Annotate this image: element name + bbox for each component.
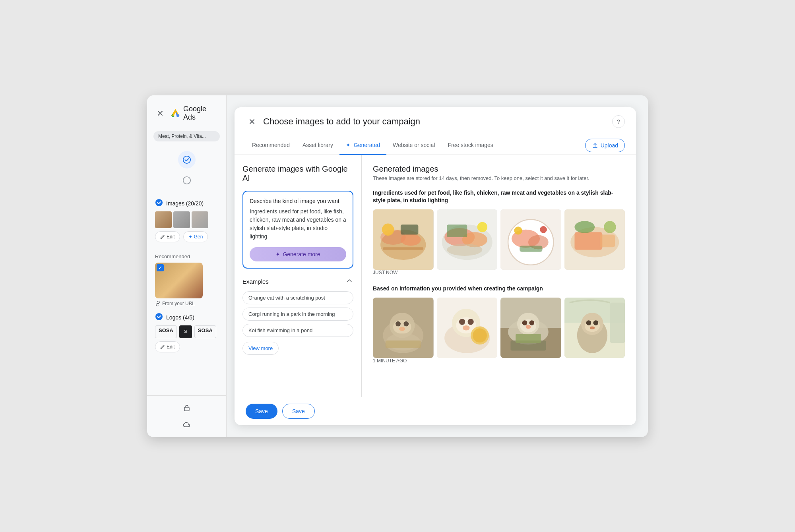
generate-textarea-wrapper: Describe the kind of image you want Ingr… <box>242 191 353 269</box>
view-more-button[interactable]: View more <box>242 342 279 355</box>
logos-action-buttons: Edit <box>155 341 218 352</box>
svg-point-31 <box>604 221 616 233</box>
sidebar-images-section: Images (20/20) Edit ✦ <box>147 194 226 250</box>
sidebar-tag: Meat, Protein, & Vita... <box>153 131 220 141</box>
sidebar-recommended-image: ✓ <box>155 263 203 298</box>
sidebar-check-icon-active[interactable] <box>178 151 196 168</box>
modal-help-button[interactable]: ? <box>612 115 625 128</box>
generated-image-3[interactable] <box>500 209 561 270</box>
lock-icon <box>183 404 191 412</box>
sidebar-cloud-icon[interactable] <box>180 418 194 432</box>
svg-point-46 <box>459 319 465 325</box>
modal-body: Generate images with Google AI Describe … <box>235 155 636 397</box>
images-generate-button[interactable]: ✦ Gen <box>183 231 208 242</box>
link-icon <box>155 301 161 306</box>
svg-point-4 <box>155 313 163 320</box>
svg-rect-41 <box>386 340 421 348</box>
svg-point-9 <box>401 234 421 246</box>
svg-rect-63 <box>610 302 625 343</box>
svg-point-32 <box>574 221 595 233</box>
generated-images-grid-1 <box>373 209 625 270</box>
tab-website-social[interactable]: Website or social <box>386 136 441 155</box>
generated-images-grid-2 <box>373 298 625 358</box>
sidebar-header: Google Ads <box>147 95 226 130</box>
generate-panel: Generate images with Google AI Describe … <box>235 155 362 397</box>
svg-point-57 <box>529 320 534 325</box>
images-action-buttons: Edit ✦ Gen <box>155 231 218 242</box>
svg-point-56 <box>522 320 527 325</box>
sidebar-close-button[interactable] <box>155 108 166 119</box>
examples-title: Examples <box>242 278 269 285</box>
svg-point-39 <box>399 327 405 331</box>
svg-point-58 <box>526 325 531 329</box>
tab-free-stock[interactable]: Free stock images <box>441 136 499 155</box>
logo-item-sosa: SOSA <box>155 325 177 338</box>
sidebar-from-url: From your URL <box>155 301 218 306</box>
main-content: Choose images to add to your campaign ? … <box>227 95 648 437</box>
svg-rect-26 <box>520 246 542 251</box>
generated-section-one-min: Based on information you provided when c… <box>373 285 625 364</box>
generated-tab-icon: ✦ <box>346 142 351 148</box>
image-thumb-2 <box>173 211 190 228</box>
generated-timestamp-1: JUST NOW <box>373 270 625 275</box>
generate-more-button[interactable]: ✦ Generate more <box>250 247 346 261</box>
generated-image-6[interactable] <box>437 298 498 358</box>
image-thumb-3 <box>192 211 208 228</box>
svg-point-69 <box>589 326 595 329</box>
modal-footer: Save Save <box>235 397 636 425</box>
logos-count-label: Logos (4/5) <box>166 314 194 321</box>
svg-point-67 <box>586 320 591 325</box>
generated-section-label-1: Ingredients used for pet food, like fish… <box>373 189 625 205</box>
logos-count-row: Logos (4/5) <box>155 313 218 322</box>
generated-image-7[interactable] <box>500 298 561 358</box>
sidebar: Google Ads Meat, Protein, & Vita... <box>147 95 227 437</box>
example-chip-3[interactable]: Koi fish swimming in a pond <box>242 324 353 337</box>
google-ads-triangle-icon <box>170 107 181 119</box>
logo-items: SOSA S SOSA <box>155 325 218 338</box>
image-thumbnails <box>155 211 218 228</box>
save-button-2[interactable]: Save <box>282 404 315 419</box>
generated-image-5[interactable] <box>373 298 434 358</box>
images-edit-button[interactable]: Edit <box>155 231 180 242</box>
upload-icon <box>592 142 598 149</box>
svg-point-48 <box>462 325 469 331</box>
cloud-icon <box>183 421 191 429</box>
sidebar-logos-section: Logos (4/5) SOSA S SOSA Edit <box>147 310 226 360</box>
images-count-label: Images (20/20) <box>166 200 204 207</box>
modal-title: Choose images to add to your campaign <box>263 116 612 127</box>
sidebar-circle-icon[interactable] <box>178 172 196 189</box>
sidebar-lock-icon[interactable] <box>180 400 194 415</box>
generated-images-title: Generated images <box>373 164 625 174</box>
image-thumb-1 <box>155 211 172 228</box>
svg-point-17 <box>477 222 487 232</box>
save-button-1[interactable]: Save <box>246 404 277 419</box>
generated-image-1[interactable] <box>373 209 434 270</box>
example-chip-1[interactable]: Orange cat with a scratching post <box>242 291 353 304</box>
tab-recommended[interactable]: Recommended <box>246 136 296 155</box>
tab-asset-library[interactable]: Asset library <box>296 136 339 155</box>
generated-image-4[interactable] <box>564 209 625 270</box>
generated-image-8[interactable] <box>564 298 625 358</box>
svg-rect-60 <box>516 334 541 343</box>
google-ads-app-name: Google Ads <box>183 105 218 122</box>
svg-point-25 <box>540 226 547 233</box>
generated-timestamp-2: 1 MINUTE AGO <box>373 358 625 364</box>
modal-close-button[interactable] <box>246 115 258 128</box>
images-count-row: Images (20/20) <box>155 199 218 208</box>
generated-panel: Generated images These images are stored… <box>362 155 636 397</box>
upload-button[interactable]: Upload <box>585 139 625 152</box>
logos-check-icon <box>155 313 163 322</box>
example-chip-2[interactable]: Corgi running in a park in the morning <box>242 308 353 321</box>
sidebar-bottom-icons <box>147 395 226 437</box>
svg-point-24 <box>514 226 522 234</box>
tab-generated[interactable]: ✦ Generated <box>339 136 386 155</box>
svg-point-19 <box>447 244 482 256</box>
sidebar-recommended-section: Recommended ✓ From your URL <box>147 250 226 310</box>
svg-rect-18 <box>447 224 467 237</box>
generate-textarea[interactable]: Ingredients used for pet food, like fish… <box>250 207 346 241</box>
svg-point-37 <box>396 321 401 327</box>
svg-rect-5 <box>184 407 189 411</box>
logos-edit-button[interactable]: Edit <box>155 341 180 352</box>
generated-image-2[interactable] <box>437 209 498 270</box>
svg-rect-29 <box>574 232 602 250</box>
